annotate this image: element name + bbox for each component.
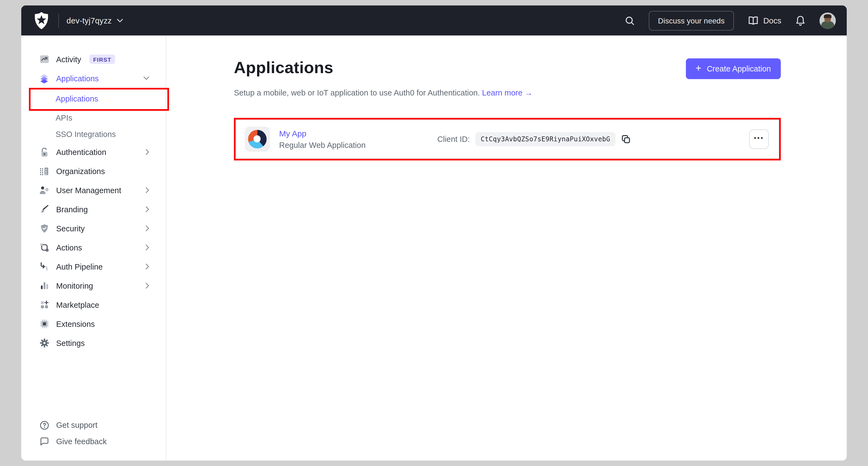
donut-logo-icon: [248, 130, 267, 148]
bar-chart-icon: [39, 281, 49, 291]
subtitle-text: Setup a mobile, web or IoT application t…: [234, 88, 480, 97]
docs-label: Docs: [763, 16, 781, 25]
sidebar-item-label: Applications: [56, 94, 98, 103]
ellipsis-icon: •••: [754, 135, 764, 144]
speech-bubble-icon: [39, 437, 49, 446]
sidebar-item-label: Branding: [56, 205, 88, 214]
sidebar-item-extensions[interactable]: Extensions: [21, 314, 166, 333]
chevron-right-icon: [146, 187, 149, 193]
sidebar-footer: Get support Give feedback: [21, 417, 166, 461]
first-badge: FIRST: [89, 55, 115, 64]
shield-check-icon: [39, 224, 49, 233]
row-menu-button[interactable]: •••: [749, 129, 769, 149]
client-id-label: Client ID:: [437, 135, 470, 144]
sidebar-item-marketplace[interactable]: Marketplace: [21, 295, 166, 314]
sidebar-item-organizations[interactable]: Organizations: [21, 162, 166, 181]
sidebar-item-settings[interactable]: Settings: [21, 333, 166, 352]
sidebar-item-label: Marketplace: [56, 300, 99, 309]
sidebar-item-auth-pipeline[interactable]: Auth Pipeline: [21, 257, 166, 276]
sidebar-item-label: APIs: [56, 114, 72, 122]
auth0-dashboard-window: dev-tyj7qyzz Discuss your needs Docs: [21, 5, 847, 461]
sidebar-item-label: SSO Integrations: [56, 130, 116, 139]
copy-icon[interactable]: [621, 134, 631, 144]
sidebar-item-monitoring[interactable]: Monitoring: [21, 276, 166, 295]
chevron-right-icon: [146, 149, 149, 155]
sidebar-item-label: Security: [56, 224, 85, 233]
topbar-divider: [58, 13, 59, 28]
sidebar-subitem-apis[interactable]: APIs: [21, 110, 166, 126]
marketplace-grid-icon: [39, 300, 49, 310]
sidebar-item-applications[interactable]: Applications: [21, 69, 166, 88]
sidebar-item-label: Actions: [56, 243, 82, 252]
building-icon: [39, 166, 49, 176]
gear-icon: [39, 338, 49, 348]
chevron-right-icon: [146, 206, 149, 212]
sidebar-item-activity[interactable]: Activity FIRST: [21, 50, 166, 69]
sidebar: Activity FIRST Applications Applications: [21, 35, 166, 461]
pipeline-arrows-icon: [39, 262, 49, 271]
sidebar-item-branding[interactable]: Branding: [21, 200, 166, 219]
chevron-down-icon: [117, 18, 123, 23]
footer-link-label: Give feedback: [56, 437, 106, 446]
tenant-switcher[interactable]: dev-tyj7qyzz: [66, 16, 123, 25]
book-icon: [748, 16, 758, 25]
application-type: Regular Web Application: [279, 141, 437, 149]
bell-icon[interactable]: [796, 15, 805, 26]
user-avatar[interactable]: [819, 12, 836, 29]
learn-more-link[interactable]: Learn more →: [482, 88, 532, 97]
discuss-your-needs-button[interactable]: Discuss your needs: [649, 11, 734, 30]
sidebar-item-label: Auth Pipeline: [56, 262, 103, 271]
footer-link-label: Get support: [56, 421, 98, 430]
sidebar-item-label: Settings: [56, 339, 85, 347]
docs-link[interactable]: Docs: [748, 16, 781, 25]
search-icon[interactable]: [625, 16, 634, 25]
arrow-right-icon: →: [525, 88, 533, 97]
activity-icon: [39, 54, 49, 64]
sidebar-item-user-management[interactable]: User Management: [21, 181, 166, 200]
main-content: Applications + Create Application Setup …: [166, 35, 847, 461]
chevron-right-icon: [146, 283, 149, 289]
sidebar-item-label: Authentication: [56, 148, 106, 156]
sidebar-item-label: Activity: [56, 55, 81, 64]
plus-icon: +: [696, 63, 702, 73]
flow-icon: [39, 242, 49, 252]
sidebar-item-label: Monitoring: [56, 281, 93, 290]
paintbrush-icon: [39, 204, 49, 214]
tenant-name: dev-tyj7qyzz: [66, 16, 112, 25]
sidebar-subitem-sso-integrations[interactable]: SSO Integrations: [21, 126, 166, 142]
sidebar-item-label: Applications: [56, 74, 99, 83]
create-application-button[interactable]: + Create Application: [686, 58, 781, 79]
sidebar-item-actions[interactable]: Actions: [21, 238, 166, 257]
sidebar-item-label: User Management: [56, 186, 121, 195]
learn-more-label: Learn more: [482, 88, 522, 97]
auth0-logo-icon[interactable]: [33, 12, 50, 29]
application-row[interactable]: My App Regular Web Application Client ID…: [236, 119, 779, 159]
topbar: dev-tyj7qyzz Discuss your needs Docs: [21, 5, 847, 35]
client-id-value: CtCqy3AvbQZSo7sE9RiynaPuiXOxvebG: [475, 132, 616, 146]
chip-icon: [39, 319, 49, 329]
chevron-right-icon: [146, 244, 149, 251]
sidebar-item-authentication[interactable]: Authentication: [21, 142, 166, 162]
get-support-link[interactable]: Get support: [21, 417, 166, 433]
avatar-hair: [824, 14, 832, 18]
sidebar-item-security[interactable]: Security: [21, 219, 166, 238]
avatar-shirt: [821, 21, 834, 29]
user-gear-icon: [39, 185, 49, 195]
sidebar-subitem-applications[interactable]: Applications: [21, 88, 166, 110]
application-logo: [245, 126, 270, 152]
layers-icon: [39, 74, 49, 83]
application-name-link[interactable]: My App: [279, 129, 437, 138]
highlight-rectangle-application-row: My App Regular Web Application Client ID…: [234, 118, 781, 161]
sidebar-item-label: Extensions: [56, 319, 95, 328]
screenshot-stage: dev-tyj7qyzz Discuss your needs Docs: [0, 0, 868, 466]
sidebar-item-label: Organizations: [56, 167, 105, 175]
chevron-right-icon: [146, 264, 149, 269]
give-feedback-link[interactable]: Give feedback: [21, 433, 166, 449]
chevron-right-icon: [146, 225, 149, 231]
lock-icon: [39, 147, 49, 157]
page-subtitle: Setup a mobile, web or IoT application t…: [234, 88, 781, 97]
create-application-label: Create Application: [707, 64, 771, 73]
question-circle-icon: [39, 420, 49, 430]
page-title: Applications: [234, 58, 333, 77]
chevron-down-icon: [144, 77, 149, 80]
